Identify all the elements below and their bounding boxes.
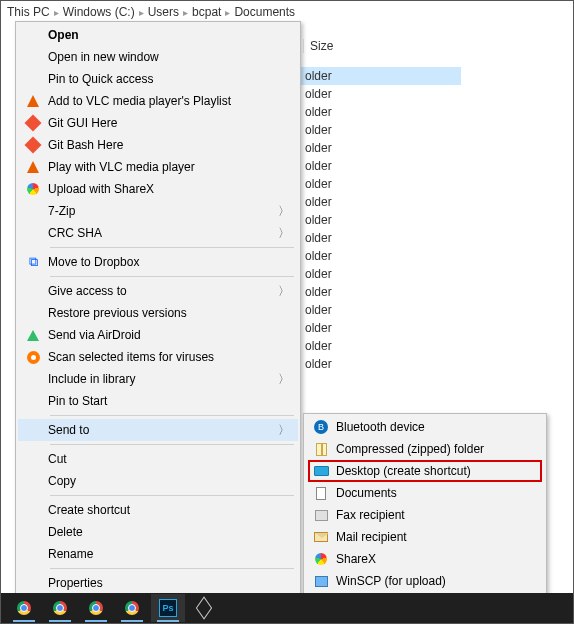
sendto-compressed[interactable]: Compressed (zipped) folder <box>306 438 544 460</box>
menu-separator <box>50 444 294 445</box>
menu-open-new-window[interactable]: Open in new window <box>18 46 298 68</box>
menu-pin-quick-access[interactable]: Pin to Quick access <box>18 68 298 90</box>
bc-seg[interactable]: Windows (C:) <box>63 5 135 19</box>
file-row[interactable]: older <box>301 319 461 337</box>
desktop-icon <box>310 463 332 479</box>
file-row[interactable]: older <box>301 139 461 157</box>
menu-7zip[interactable]: 7-Zip〉 <box>18 200 298 222</box>
menu-avast-scan[interactable]: Scan selected items for viruses <box>18 346 298 368</box>
sendto-desktop-shortcut[interactable]: Desktop (create shortcut) <box>306 460 544 482</box>
dropbox-icon: ⧉ <box>22 254 44 270</box>
file-row[interactable]: older <box>301 193 461 211</box>
sendto-documents[interactable]: Documents <box>306 482 544 504</box>
file-row[interactable]: older <box>301 265 461 283</box>
menu-properties[interactable]: Properties <box>18 572 298 594</box>
context-menu: Open Open in new window Pin to Quick acc… <box>15 21 301 597</box>
bc-seg[interactable]: Users <box>148 5 179 19</box>
chevron-icon: ▸ <box>183 7 188 18</box>
mail-icon <box>310 529 332 545</box>
menu-separator <box>50 495 294 496</box>
taskbar: Ps <box>1 593 573 623</box>
file-row[interactable]: older <box>301 175 461 193</box>
column-headers: Size <box>303 35 553 57</box>
menu-separator <box>50 247 294 248</box>
file-list: older older older older older older olde… <box>301 67 461 373</box>
menu-dropbox[interactable]: ⧉Move to Dropbox <box>18 251 298 273</box>
menu-vlc-playlist[interactable]: Add to VLC media player's Playlist <box>18 90 298 112</box>
file-row[interactable]: older <box>301 337 461 355</box>
menu-send-to[interactable]: Send to〉 <box>18 419 298 441</box>
git-icon <box>22 137 44 153</box>
file-row[interactable]: older <box>301 67 461 85</box>
file-row[interactable]: older <box>301 247 461 265</box>
chevron-icon: ▸ <box>54 7 59 18</box>
file-row[interactable]: older <box>301 103 461 121</box>
menu-separator <box>50 415 294 416</box>
bc-seg[interactable]: Documents <box>234 5 295 19</box>
chevron-right-icon: 〉 <box>278 422 290 439</box>
sendto-fax[interactable]: Fax recipient <box>306 504 544 526</box>
menu-airdroid[interactable]: Send via AirDroid <box>18 324 298 346</box>
chevron-right-icon: 〉 <box>278 283 290 300</box>
menu-crc-sha[interactable]: CRC SHA〉 <box>18 222 298 244</box>
file-row[interactable]: older <box>301 229 461 247</box>
breadcrumb[interactable]: This PC▸ Windows (C:)▸ Users▸ bcpat▸ Doc… <box>1 3 301 21</box>
menu-create-shortcut[interactable]: Create shortcut <box>18 499 298 521</box>
file-row[interactable]: older <box>301 211 461 229</box>
file-row[interactable]: older <box>301 355 461 373</box>
menu-separator <box>50 276 294 277</box>
menu-pin-start[interactable]: Pin to Start <box>18 390 298 412</box>
taskbar-chrome[interactable] <box>7 594 41 622</box>
sharex-icon <box>310 551 332 567</box>
fax-icon <box>310 507 332 523</box>
avast-icon <box>22 349 44 365</box>
taskbar-chrome[interactable] <box>79 594 113 622</box>
menu-cut[interactable]: Cut <box>18 448 298 470</box>
column-size[interactable]: Size <box>303 39 553 53</box>
chevron-right-icon: 〉 <box>278 203 290 220</box>
airdroid-icon <box>22 327 44 343</box>
vlc-icon <box>22 159 44 175</box>
menu-give-access[interactable]: Give access to〉 <box>18 280 298 302</box>
menu-copy[interactable]: Copy <box>18 470 298 492</box>
menu-delete[interactable]: Delete <box>18 521 298 543</box>
git-icon <box>22 115 44 131</box>
taskbar-chrome[interactable] <box>43 594 77 622</box>
bluetooth-icon: B <box>310 419 332 435</box>
chevron-right-icon: 〉 <box>278 371 290 388</box>
sendto-mail[interactable]: Mail recipient <box>306 526 544 548</box>
taskbar-app[interactable] <box>187 594 221 622</box>
vlc-icon <box>22 93 44 109</box>
sharex-icon <box>22 181 44 197</box>
file-row[interactable]: older <box>301 283 461 301</box>
bc-seg[interactable]: bcpat <box>192 5 221 19</box>
menu-restore[interactable]: Restore previous versions <box>18 302 298 324</box>
sendto-bluetooth[interactable]: BBluetooth device <box>306 416 544 438</box>
winscp-icon <box>310 573 332 589</box>
bc-seg[interactable]: This PC <box>7 5 50 19</box>
taskbar-chrome[interactable] <box>115 594 149 622</box>
file-row[interactable]: older <box>301 301 461 319</box>
file-row[interactable]: older <box>301 121 461 139</box>
document-icon <box>310 485 332 501</box>
taskbar-photoshop[interactable]: Ps <box>151 594 185 622</box>
file-row[interactable]: older <box>301 85 461 103</box>
menu-include-library[interactable]: Include in library〉 <box>18 368 298 390</box>
chevron-icon: ▸ <box>139 7 144 18</box>
menu-vlc-play[interactable]: Play with VLC media player <box>18 156 298 178</box>
chevron-right-icon: 〉 <box>278 225 290 242</box>
menu-sharex-upload[interactable]: Upload with ShareX <box>18 178 298 200</box>
menu-open[interactable]: Open <box>18 24 298 46</box>
sendto-winscp[interactable]: WinSCP (for upload) <box>306 570 544 592</box>
sendto-sharex[interactable]: ShareX <box>306 548 544 570</box>
menu-separator <box>50 568 294 569</box>
menu-git-gui[interactable]: Git GUI Here <box>18 112 298 134</box>
sendto-submenu: BBluetooth device Compressed (zipped) fo… <box>303 413 547 617</box>
file-row[interactable]: older <box>301 157 461 175</box>
menu-rename[interactable]: Rename <box>18 543 298 565</box>
menu-git-bash[interactable]: Git Bash Here <box>18 134 298 156</box>
zip-icon <box>310 441 332 457</box>
chevron-icon: ▸ <box>225 7 230 18</box>
